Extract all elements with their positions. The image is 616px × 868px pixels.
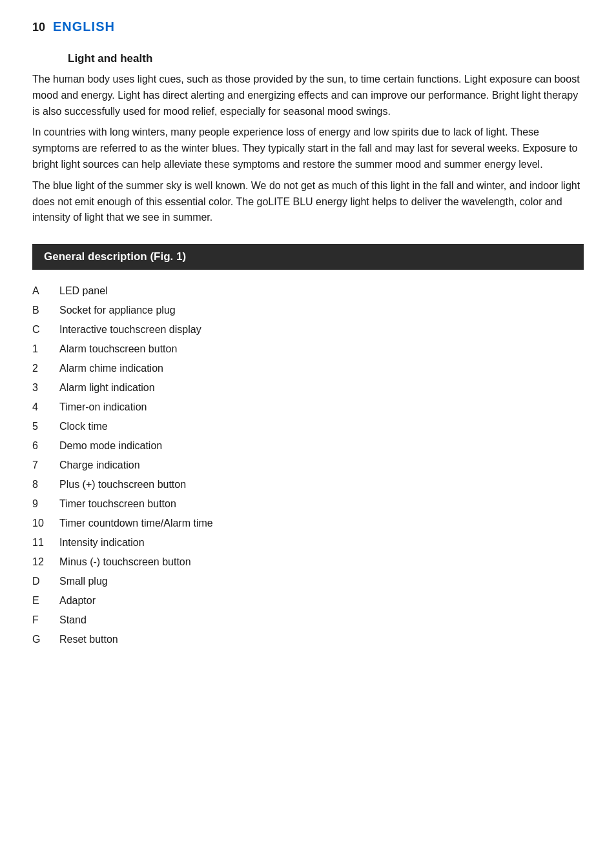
light-health-section: Light and health The human body uses lig… <box>32 52 584 226</box>
item-value: Minus (-) touchscreen button <box>59 554 191 570</box>
item-value: Clock time <box>59 419 108 434</box>
item-value: Timer-on indication <box>59 399 147 415</box>
list-item: EAdaptor <box>32 591 584 611</box>
list-item: FStand <box>32 611 584 630</box>
item-value: Socket for appliance plug <box>59 303 176 318</box>
list-item: 11Intensity indication <box>32 533 584 552</box>
item-value: Demo mode indication <box>59 438 162 454</box>
light-health-title: Light and health <box>68 52 584 65</box>
list-item: DSmall plug <box>32 572 584 591</box>
item-value: Timer countdown time/Alarm time <box>59 516 213 531</box>
list-item: 1Alarm touchscreen button <box>32 339 584 359</box>
item-key: A <box>32 283 59 299</box>
item-key: 12 <box>32 554 59 570</box>
item-key: 1 <box>32 341 59 357</box>
list-item: BSocket for appliance plug <box>32 301 584 320</box>
list-item: 3Alarm light indication <box>32 378 584 398</box>
list-item: 7Charge indication <box>32 456 584 475</box>
item-key: 7 <box>32 458 59 473</box>
light-health-paragraph-3: The blue light of the summer sky is well… <box>32 178 584 226</box>
description-list: ALED panelBSocket for appliance plugCInt… <box>32 281 584 649</box>
item-value: Interactive touchscreen display <box>59 322 201 338</box>
item-key: 6 <box>32 438 59 454</box>
item-value: Small plug <box>59 574 108 589</box>
item-key: C <box>32 322 59 338</box>
item-key: 10 <box>32 516 59 531</box>
item-value: Alarm touchscreen button <box>59 341 177 357</box>
page-header: 10 ENGLISH <box>32 19 584 34</box>
list-item: 5Clock time <box>32 417 584 436</box>
light-health-paragraph-1: The human body uses light cues, such as … <box>32 72 584 119</box>
page-language: ENGLISH <box>53 19 115 34</box>
item-key: 2 <box>32 361 59 376</box>
item-value: Adaptor <box>59 593 96 609</box>
list-item: 8Plus (+) touchscreen button <box>32 475 584 494</box>
item-value: Plus (+) touchscreen button <box>59 477 186 492</box>
page-number: 10 <box>32 21 45 34</box>
item-key: 5 <box>32 419 59 434</box>
item-value: Alarm chime indication <box>59 361 163 376</box>
list-item: 9Timer touchscreen button <box>32 494 584 514</box>
item-key: 4 <box>32 399 59 415</box>
item-key: 9 <box>32 496 59 512</box>
list-item: 6Demo mode indication <box>32 436 584 456</box>
list-item: 10Timer countdown time/Alarm time <box>32 514 584 533</box>
list-item: 2Alarm chime indication <box>32 359 584 378</box>
item-value: LED panel <box>59 283 108 299</box>
item-value: Intensity indication <box>59 535 145 550</box>
item-value: Timer touchscreen button <box>59 496 176 512</box>
list-item: 4Timer-on indication <box>32 398 584 417</box>
general-description-section: General description (Fig. 1) ALED panelB… <box>32 244 584 649</box>
item-key: B <box>32 303 59 318</box>
item-value: Charge indication <box>59 458 140 473</box>
general-description-banner: General description (Fig. 1) <box>32 244 584 270</box>
item-value: Alarm light indication <box>59 380 155 396</box>
item-value: Stand <box>59 612 87 628</box>
list-item: ALED panel <box>32 281 584 301</box>
light-health-paragraph-2: In countries with long winters, many peo… <box>32 125 584 172</box>
item-key: 11 <box>32 535 59 550</box>
list-item: 12Minus (-) touchscreen button <box>32 552 584 572</box>
item-key: 8 <box>32 477 59 492</box>
list-item: CInteractive touchscreen display <box>32 320 584 339</box>
item-key: E <box>32 593 59 609</box>
item-key: D <box>32 574 59 589</box>
list-item: GReset button <box>32 630 584 649</box>
item-value: Reset button <box>59 632 118 647</box>
item-key: F <box>32 612 59 628</box>
item-key: 3 <box>32 380 59 396</box>
item-key: G <box>32 632 59 647</box>
